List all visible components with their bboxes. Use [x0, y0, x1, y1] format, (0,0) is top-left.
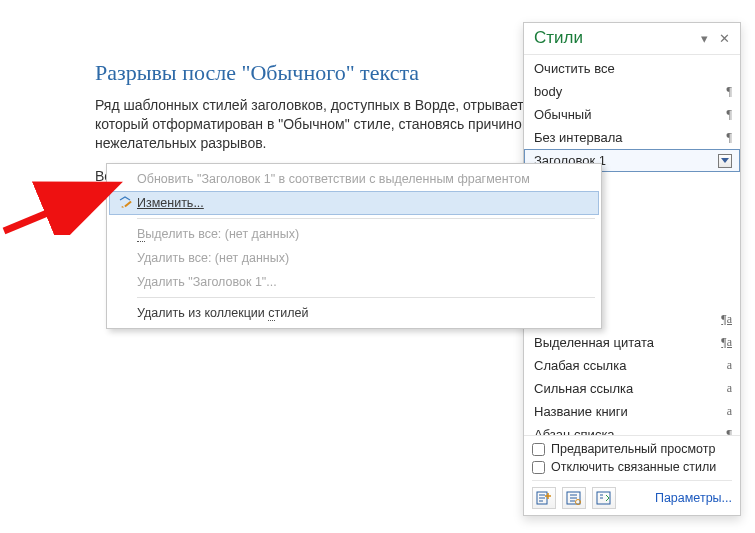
styles-pane-title: Стили	[534, 28, 694, 48]
style-item-без-интервала[interactable]: Без интервала¶	[524, 126, 740, 149]
style-name: Слабая ссылка	[534, 357, 716, 374]
style-inspector-button[interactable]	[562, 487, 586, 509]
style-item-сильная-ссылка[interactable]: Сильная ссылкаa	[524, 377, 740, 400]
pane-options-button[interactable]: ▾	[694, 28, 714, 48]
style-name: Без интервала	[534, 129, 716, 146]
context-separator-2	[137, 297, 595, 298]
svg-rect-4	[124, 201, 131, 208]
chevron-down-icon	[721, 158, 729, 164]
preview-checkbox-input[interactable]	[532, 443, 545, 456]
styles-pane-footer: Предварительный просмотр Отключить связа…	[524, 435, 740, 515]
style-item-body[interactable]: body¶	[524, 80, 740, 103]
styles-pane-header: Стили ▾ ✕	[524, 23, 740, 55]
style-type-glyph: a	[716, 403, 732, 420]
svg-rect-3	[597, 492, 610, 504]
style-name: Выделенная цитата	[534, 334, 716, 351]
style-context-menu: Обновить "Заголовок 1" в соответствии с …	[106, 163, 602, 329]
disable-linked-checkbox-input[interactable]	[532, 461, 545, 474]
manage-styles-icon	[596, 491, 612, 505]
style-name: body	[534, 83, 716, 100]
preview-checkbox[interactable]: Предварительный просмотр	[532, 440, 732, 458]
context-remove-from-gallery[interactable]: Удалить из коллекции стилей	[109, 301, 599, 325]
context-select-all: Выделить все: (нет данных)	[109, 222, 599, 246]
style-type-glyph: ¶a	[716, 334, 732, 351]
style-item-слабая-ссылка[interactable]: Слабая ссылкаa	[524, 354, 740, 377]
style-type-glyph: ¶a	[716, 311, 732, 328]
context-delete-style: Удалить "Заголовок 1"...	[109, 270, 599, 294]
styles-toolbar: Параметры...	[532, 480, 732, 509]
paragraph-mark-icon: ¶	[716, 129, 732, 146]
manage-styles-button[interactable]	[592, 487, 616, 509]
style-name: Абзац списка	[534, 426, 716, 435]
style-item-обычный[interactable]: Обычный¶	[524, 103, 740, 126]
context-delete-all: Удалить все: (нет данных)	[109, 246, 599, 270]
context-update-style: Обновить "Заголовок 1" в соответствии с …	[109, 167, 599, 191]
style-type-glyph: ¶	[716, 426, 732, 435]
pane-close-button[interactable]: ✕	[714, 28, 734, 48]
context-modify-style[interactable]: Изменить...	[109, 191, 599, 215]
style-item-название-книги[interactable]: Название книгиa	[524, 400, 740, 423]
paragraph-mark-icon: ¶	[716, 106, 732, 123]
context-separator	[137, 218, 595, 219]
style-name: Сильная ссылка	[534, 380, 716, 397]
style-name: Название книги	[534, 403, 716, 420]
new-style-button[interactable]	[532, 487, 556, 509]
paragraph-mark-icon: ¶	[716, 83, 732, 100]
clear-all-style-item[interactable]: Очистить все	[524, 57, 740, 80]
style-type-glyph: a	[716, 380, 732, 397]
style-dropdown-button[interactable]	[718, 154, 732, 168]
styles-options-link[interactable]: Параметры...	[622, 491, 732, 505]
style-item-выделенная-цитата[interactable]: Выделенная цитата¶a	[524, 331, 740, 354]
style-item-абзац-списка[interactable]: Абзац списка¶	[524, 423, 740, 435]
style-inspector-icon	[566, 491, 582, 505]
disable-linked-checkbox[interactable]: Отключить связанные стили	[532, 458, 732, 476]
style-type-glyph: a	[716, 357, 732, 374]
style-name: Обычный	[534, 106, 716, 123]
new-style-icon	[536, 491, 552, 505]
modify-icon	[115, 195, 137, 211]
